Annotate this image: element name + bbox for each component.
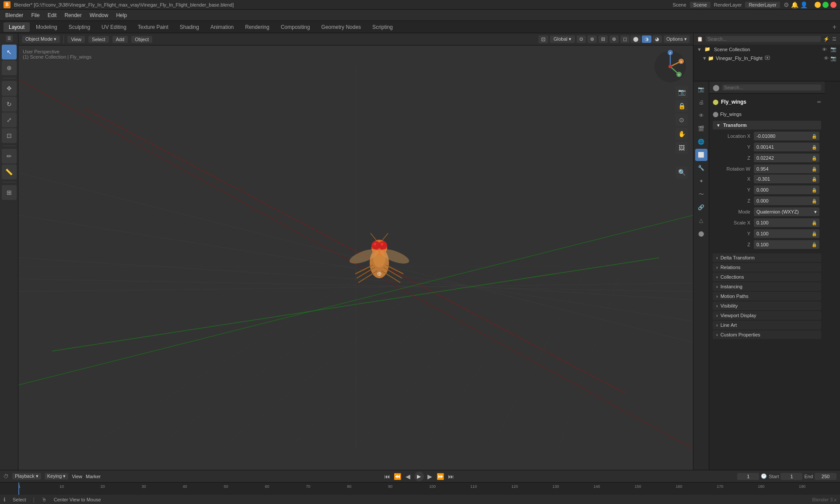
tab-geometry-nodes[interactable]: Geometry Nodes	[316, 22, 366, 32]
jump-forward-button[interactable]: ⏩	[436, 472, 445, 481]
move-tool-button[interactable]: ✥	[2, 81, 17, 96]
scene-collection-render[interactable]: 📷	[830, 46, 836, 52]
annotate-tool-button[interactable]: ✏	[2, 149, 17, 164]
prop-tab-view[interactable]: 👁	[695, 109, 707, 122]
rotation-x-value[interactable]: -0.301 🔒	[754, 175, 819, 183]
select-status[interactable]: Select	[13, 497, 26, 502]
focus-button[interactable]: ⊙	[676, 114, 688, 126]
location-y-value[interactable]: 0.00141 🔒	[754, 143, 819, 151]
custom-properties-section[interactable]: › Custom Properties	[713, 330, 821, 339]
scene-dropdown[interactable]: Scene	[690, 2, 710, 8]
rotation-x-lock[interactable]: 🔒	[812, 177, 817, 182]
pan-button[interactable]: ✋	[676, 128, 688, 140]
viewport-display-section[interactable]: › Viewport Display	[713, 311, 821, 320]
add-menu[interactable]: Add	[112, 36, 128, 43]
center-view-status[interactable]: Center View to Mouse	[54, 497, 101, 502]
transform-tool-button[interactable]: ⊡	[2, 128, 17, 143]
fly-render-badge[interactable]	[764, 55, 770, 62]
outliner-options-button[interactable]: ☰	[832, 36, 836, 42]
object-name-edit[interactable]: ✏	[817, 99, 821, 105]
rotation-z-value[interactable]: 0.000 🔒	[754, 196, 819, 205]
tab-animation[interactable]: Animation	[205, 22, 239, 32]
prop-tab-constraints[interactable]: 🔗	[695, 201, 707, 214]
measure-tool-button[interactable]: 📏	[2, 164, 17, 179]
prop-tab-data[interactable]: △	[695, 214, 707, 227]
props-search[interactable]	[722, 84, 821, 91]
prop-tab-world[interactable]: 🌐	[695, 136, 707, 148]
rotation-w-value[interactable]: 0.954 🔒	[754, 164, 819, 173]
tab-scripting[interactable]: Scripting	[367, 22, 398, 32]
line-art-section[interactable]: › Line Art	[713, 321, 821, 329]
transform-orientation-dropdown[interactable]: Global ▾	[550, 35, 575, 43]
current-frame-input[interactable]: 1	[737, 473, 759, 480]
marker-menu[interactable]: Marker	[86, 474, 101, 479]
minimize-button[interactable]	[815, 2, 821, 8]
outliner-filter-button[interactable]: ⚡	[823, 36, 830, 42]
prop-tab-object[interactable]: ⬜	[695, 149, 707, 161]
rendered-shading[interactable]: ◕	[652, 35, 662, 43]
menu-edit[interactable]: Edit	[44, 11, 60, 19]
viewport-3d[interactable]: Object Mode ▾ View Select Add Object ⊡ G…	[18, 33, 693, 470]
close-button[interactable]	[830, 2, 836, 8]
location-x-value[interactable]: -0.01080 🔒	[754, 132, 819, 140]
object-sub-name[interactable]: Fly_wings	[720, 112, 742, 117]
play-button[interactable]: ▶	[414, 472, 424, 481]
prop-tab-output[interactable]: 🖨	[695, 96, 707, 108]
prop-tab-material[interactable]: ⬤	[695, 228, 707, 240]
scale-z-lock[interactable]: 🔒	[812, 242, 817, 247]
fly-collection-item[interactable]: ▼ 📁 Vinegar_Fly_In_Flight 👁 📷	[693, 54, 840, 63]
gizmo-button[interactable]: ⊛	[609, 35, 619, 43]
prop-tab-particles[interactable]: ✦	[695, 175, 707, 187]
timeline-icon[interactable]: ⏱	[4, 473, 9, 480]
rotation-y-lock[interactable]: 🔒	[812, 188, 817, 192]
tab-texture-paint[interactable]: Texture Paint	[133, 22, 174, 32]
scale-y-lock[interactable]: 🔒	[812, 231, 817, 236]
menu-file[interactable]: File	[28, 11, 43, 19]
visibility-section[interactable]: › Visibility	[713, 301, 821, 310]
transform-section-header[interactable]: ▼ Transform	[713, 121, 821, 130]
end-frame-input[interactable]: 250	[815, 473, 836, 480]
menu-render[interactable]: Render	[61, 11, 85, 19]
select-tool-button[interactable]: ↖	[2, 45, 17, 60]
view-menu[interactable]: View	[67, 36, 85, 43]
scale-tool-button[interactable]: ⤢	[2, 112, 17, 127]
tab-modeling[interactable]: Modeling	[31, 22, 63, 32]
scale-y-value[interactable]: 0.100 🔒	[754, 229, 819, 238]
camera-view-button[interactable]: 📷	[676, 86, 688, 98]
rotation-z-lock[interactable]: 🔒	[812, 199, 817, 203]
location-x-lock[interactable]: 🔒	[812, 134, 817, 139]
fly-render[interactable]: 📷	[830, 56, 836, 61]
tab-uv-editing[interactable]: UV Editing	[96, 22, 132, 32]
add-tool-button[interactable]: ⊞	[2, 185, 17, 200]
prop-tab-scene[interactable]: 🎬	[695, 122, 707, 135]
solid-shading[interactable]: ⬤	[630, 35, 641, 43]
add-workspace-button[interactable]: +	[833, 23, 836, 31]
location-y-lock[interactable]: 🔒	[812, 145, 817, 150]
step-forward-button[interactable]: ▶	[426, 472, 434, 481]
wireframe-shading[interactable]: ◻	[620, 35, 630, 43]
motion-paths-section[interactable]: › Motion Paths	[713, 292, 821, 301]
menu-window[interactable]: Window	[86, 11, 112, 19]
tab-rendering[interactable]: Rendering	[240, 22, 274, 32]
rotation-y-value[interactable]: 0.000 🔒	[754, 186, 819, 194]
scene-collection-visibility[interactable]: 👁	[822, 47, 827, 52]
object-name[interactable]: Fly_wings	[721, 99, 817, 105]
location-z-value[interactable]: 0.02242 🔒	[754, 154, 819, 162]
menu-help[interactable]: Help	[112, 11, 130, 19]
object-menu[interactable]: Object	[131, 36, 152, 43]
tab-shading[interactable]: Shading	[175, 22, 204, 32]
scene-collection-item[interactable]: ▼ 📁 Scene Collection 👁 📷	[693, 45, 840, 54]
collections-section[interactable]: › Collections	[713, 273, 821, 281]
location-z-lock[interactable]: 🔒	[812, 156, 817, 161]
jump-to-end-button[interactable]: ⏭	[447, 472, 455, 481]
playback-dropdown[interactable]: Playback ▾	[12, 473, 41, 480]
scale-x-lock[interactable]: 🔒	[812, 220, 817, 225]
view-menu-timeline[interactable]: View	[72, 474, 82, 479]
material-shading[interactable]: ◑	[642, 35, 651, 43]
scale-z-value[interactable]: 0.100 🔒	[754, 240, 819, 249]
overlay-button[interactable]: ⊟	[598, 35, 608, 43]
instancing-section[interactable]: › Instancing	[713, 282, 821, 291]
options-button[interactable]: Options ▾	[664, 35, 690, 43]
delta-transform-section[interactable]: › Delta Transform	[713, 253, 821, 262]
tab-compositing[interactable]: Compositing	[276, 22, 315, 32]
